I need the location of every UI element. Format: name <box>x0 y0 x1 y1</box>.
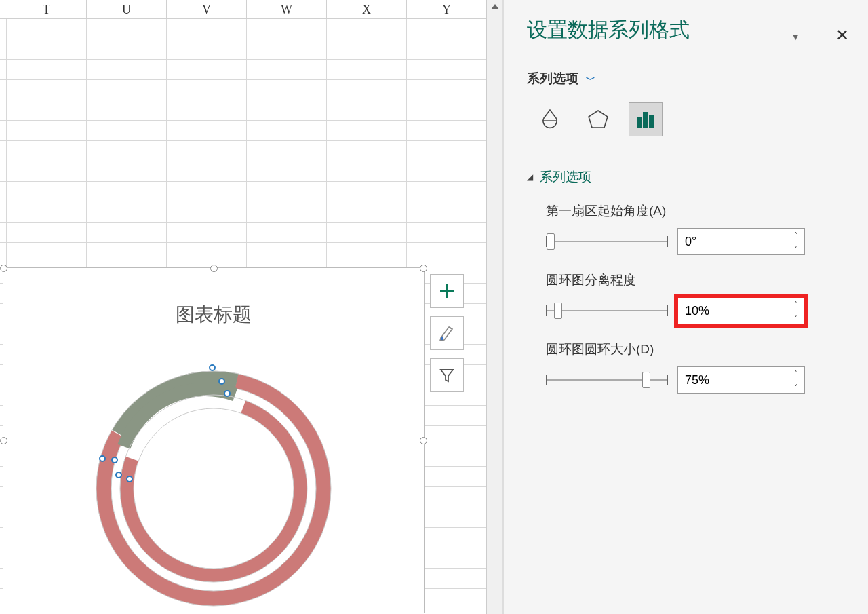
chart-filter-button[interactable] <box>430 358 464 392</box>
chart-styles-button[interactable] <box>430 316 464 350</box>
section-title: 系列选项 <box>540 168 591 186</box>
chart-title[interactable]: 图表标题 <box>3 302 424 328</box>
angle-value-field[interactable] <box>678 229 780 254</box>
chevron-down-icon: ﹀ <box>586 74 595 85</box>
effects-tab[interactable] <box>581 102 615 136</box>
doughnut-hole-size-input[interactable]: ˄˅ <box>677 366 805 394</box>
col-header[interactable]: W <box>247 0 327 18</box>
selection-handle[interactable] <box>115 472 122 478</box>
close-icon[interactable]: ✕ <box>835 26 849 45</box>
col-header[interactable]: T <box>7 0 87 18</box>
step-up-icon[interactable]: ˄ <box>789 368 802 378</box>
step-down-icon[interactable]: ˅ <box>789 313 802 322</box>
first-slice-angle-label: 第一扇区起始角度(A) <box>546 202 856 220</box>
format-category-tabs <box>527 102 856 153</box>
col-header[interactable]: X <box>327 0 407 18</box>
series-options-tab[interactable] <box>629 102 663 136</box>
selection-handle[interactable] <box>99 455 106 462</box>
resize-handle[interactable] <box>0 265 7 272</box>
fill-line-tab[interactable] <box>534 102 568 136</box>
doughnut-explosion-label: 圆环图分离程度 <box>546 271 856 289</box>
triangle-collapse-icon: ◢ <box>527 172 533 182</box>
svg-rect-11 <box>643 112 648 128</box>
doughnut-explosion-input[interactable]: ˄˅ <box>677 297 805 324</box>
step-up-icon[interactable]: ˄ <box>789 230 802 239</box>
first-slice-angle-slider[interactable] <box>546 233 668 250</box>
chart-object[interactable]: 图表标题 <box>3 267 425 613</box>
svg-marker-9 <box>589 111 608 128</box>
chart-actions <box>430 274 464 392</box>
hole-value-field[interactable] <box>678 367 780 393</box>
first-slice-angle-input[interactable]: ˄˅ <box>677 228 805 255</box>
col-header[interactable]: Y <box>407 0 487 18</box>
svg-point-8 <box>441 337 443 340</box>
pane-title: 设置数据系列格式 <box>527 16 856 44</box>
doughnut-hole-size-label: 圆环图圆环大小(D) <box>546 341 856 358</box>
step-up-icon[interactable]: ˄ <box>789 299 802 309</box>
selection-handle[interactable] <box>126 476 133 482</box>
selection-handle[interactable] <box>209 364 216 371</box>
spreadsheet-area: T U V W X Y <box>0 0 502 614</box>
selection-handle[interactable] <box>224 390 231 397</box>
series-options-section-header[interactable]: ◢ 系列选项 <box>527 168 856 186</box>
series-options-dropdown[interactable]: 系列选项 ﹀ <box>527 70 856 88</box>
series-options-label: 系列选项 <box>527 71 578 85</box>
doughnut-explosion-slider[interactable] <box>546 303 668 319</box>
pane-options-dropdown[interactable]: ▼ <box>791 31 800 42</box>
selection-handle[interactable] <box>111 457 118 463</box>
resize-handle[interactable] <box>420 265 427 272</box>
svg-rect-12 <box>649 115 654 128</box>
doughnut-chart[interactable] <box>75 349 353 614</box>
column-headers: T U V W X Y <box>0 0 502 19</box>
resize-handle[interactable] <box>420 437 427 444</box>
svg-rect-10 <box>637 117 642 128</box>
doughnut-hole-size-slider[interactable] <box>546 372 668 388</box>
vertical-scrollbar[interactable] <box>486 0 502 614</box>
col-header[interactable]: U <box>87 0 167 18</box>
svg-point-7 <box>134 408 294 569</box>
col-header[interactable]: V <box>167 0 247 18</box>
format-pane: 设置数据系列格式 ▼ ✕ 系列选项 ﹀ ◢ 系列选项 第一扇区起始角度(A) <box>504 0 868 614</box>
chart-elements-button[interactable] <box>430 274 464 308</box>
step-down-icon[interactable]: ˅ <box>789 382 802 391</box>
scroll-up-icon[interactable] <box>490 1 500 12</box>
explosion-value-field[interactable] <box>678 298 780 324</box>
selection-handle[interactable] <box>218 378 225 385</box>
resize-handle[interactable] <box>210 265 218 272</box>
resize-handle[interactable] <box>0 437 7 444</box>
step-down-icon[interactable]: ˅ <box>789 244 802 253</box>
